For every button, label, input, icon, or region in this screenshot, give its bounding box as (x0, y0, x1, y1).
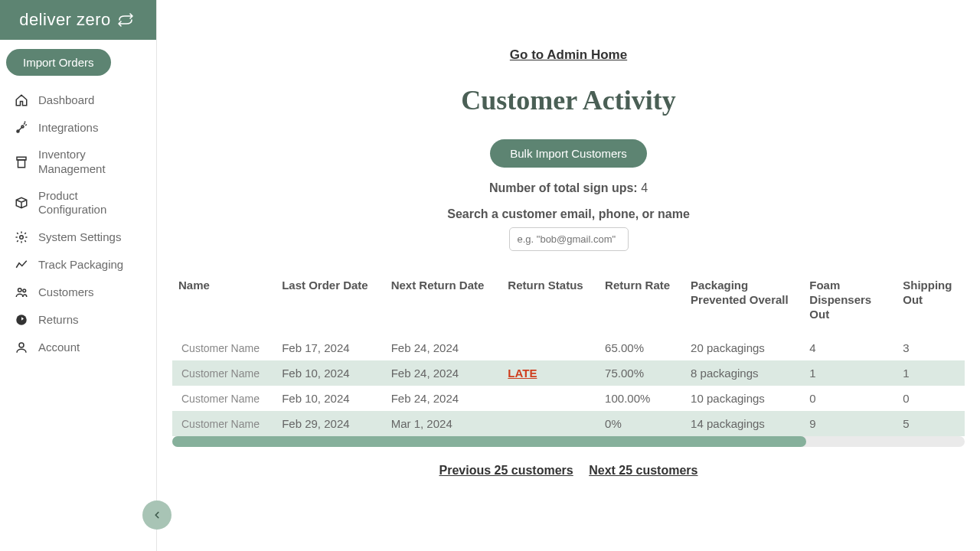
cell-packaging: 8 packagings (684, 360, 803, 386)
nav: Dashboard Integrations Inventory Managem… (0, 83, 156, 361)
customers-table-wrap: Name Last Order Date Next Return Date Re… (172, 271, 965, 436)
inventory-icon (14, 155, 29, 170)
table-row[interactable]: Customer NameFeb 10, 2024Feb 24, 2024LAT… (172, 360, 965, 386)
signups-count: Number of total sign ups: 4 (157, 181, 980, 195)
col-packaging[interactable]: Packaging Prevented Overall (684, 271, 803, 335)
table-row[interactable]: Customer NameFeb 10, 2024Feb 24, 2024100… (172, 386, 965, 411)
account-icon (14, 340, 29, 355)
cell-name: Customer Name (172, 411, 276, 436)
cell-foam: 0 (803, 386, 897, 411)
sidebar-item-label: Dashboard (38, 93, 94, 108)
chevron-left-icon (152, 510, 162, 520)
svg-rect-3 (18, 160, 25, 168)
returns-icon (14, 312, 29, 328)
late-badge: LATE (508, 367, 537, 380)
admin-home-link[interactable]: Go to Admin Home (157, 47, 980, 63)
collapse-sidebar-button[interactable] (142, 500, 172, 530)
sidebar-item-customers[interactable]: Customers (11, 279, 149, 306)
horizontal-scrollbar[interactable] (172, 436, 965, 447)
sidebar-item-label: Returns (38, 313, 79, 328)
sidebar-item-label: Customers (38, 285, 94, 300)
cell-last-order: Feb 29, 2024 (276, 411, 385, 436)
col-return-status[interactable]: Return Status (501, 271, 599, 335)
integrations-icon (14, 120, 29, 135)
sidebar-item-label: Account (38, 341, 80, 355)
cell-status (501, 386, 599, 411)
col-shipping[interactable]: Shipping Out (897, 271, 965, 335)
sidebar-item-system-settings[interactable]: System Settings (11, 223, 149, 251)
cell-shipping: 3 (897, 335, 965, 360)
scrollbar-thumb[interactable] (172, 436, 806, 447)
brand-logo: deliver zero (0, 0, 156, 40)
customers-icon (14, 285, 29, 300)
cell-foam: 9 (803, 411, 897, 436)
svg-point-5 (18, 289, 22, 292)
cell-foam: 4 (803, 335, 897, 360)
cell-packaging: 10 packagings (684, 386, 803, 411)
cell-last-order: Feb 10, 2024 (276, 386, 385, 411)
cell-last-order: Feb 17, 2024 (276, 335, 385, 360)
cell-last-order: Feb 10, 2024 (276, 360, 385, 386)
track-icon (14, 257, 29, 272)
recycle-icon (114, 11, 137, 28)
sidebar-item-returns[interactable]: Returns (11, 306, 149, 334)
pagination: Previous 25 customers Next 25 customers (157, 464, 980, 478)
svg-point-4 (20, 236, 24, 240)
cell-status: LATE (501, 360, 599, 386)
cell-name: Customer Name (172, 335, 276, 360)
product-icon (14, 195, 29, 210)
sidebar-item-label: System Settings (38, 230, 121, 245)
search-label: Search a customer email, phone, or name (157, 207, 980, 221)
signups-label: Number of total sign ups: (489, 181, 638, 194)
col-last-order[interactable]: Last Order Date (276, 271, 385, 335)
cell-next-return: Feb 24, 2024 (385, 335, 502, 360)
table-row[interactable]: Customer NameFeb 17, 2024Feb 24, 202465.… (172, 335, 965, 360)
cell-foam: 1 (803, 360, 897, 386)
sidebar: deliver zero Import Orders Dashboard Int… (0, 0, 157, 551)
cell-status (501, 335, 599, 360)
cell-packaging: 14 packagings (684, 411, 803, 436)
brand-name: deliver zero (19, 10, 111, 30)
cell-rate: 75.00% (599, 360, 684, 386)
sidebar-item-track-packaging[interactable]: Track Packaging (11, 251, 149, 279)
table-row[interactable]: Customer NameFeb 29, 2024Mar 1, 20240%14… (172, 411, 965, 436)
cell-next-return: Mar 1, 2024 (385, 411, 502, 436)
sidebar-item-dashboard[interactable]: Dashboard (11, 86, 149, 114)
cell-next-return: Feb 24, 2024 (385, 386, 502, 411)
col-next-return[interactable]: Next Return Date (385, 271, 502, 335)
cell-rate: 65.00% (599, 335, 684, 360)
col-name[interactable]: Name (172, 271, 276, 335)
customers-table: Name Last Order Date Next Return Date Re… (172, 271, 965, 436)
next-page-link[interactable]: Next 25 customers (589, 464, 697, 477)
sidebar-item-inventory[interactable]: Inventory Management (11, 142, 149, 183)
svg-point-8 (19, 343, 24, 347)
cell-status (501, 411, 599, 436)
sidebar-item-account[interactable]: Account (11, 334, 149, 361)
cell-rate: 0% (599, 411, 684, 436)
signups-value: 4 (641, 181, 648, 194)
import-orders-button[interactable]: Import Orders (6, 49, 111, 76)
cell-name: Customer Name (172, 360, 276, 386)
search-input[interactable] (509, 227, 629, 251)
cell-packaging: 20 packagings (684, 335, 803, 360)
cell-rate: 100.00% (599, 386, 684, 411)
cell-shipping: 5 (897, 411, 965, 436)
cell-name: Customer Name (172, 386, 276, 411)
main-content: Go to Admin Home Customer Activity Bulk … (157, 0, 980, 551)
prev-page-link[interactable]: Previous 25 customers (439, 464, 573, 477)
sidebar-item-label: Product Configuration (38, 189, 145, 218)
sidebar-item-product-config[interactable]: Product Configuration (11, 183, 149, 224)
sidebar-item-label: Track Packaging (38, 258, 123, 272)
sidebar-item-integrations[interactable]: Integrations (11, 114, 149, 142)
bulk-import-button[interactable]: Bulk Import Customers (490, 139, 647, 168)
col-return-rate[interactable]: Return Rate (599, 271, 684, 335)
svg-point-6 (23, 289, 26, 292)
sidebar-item-label: Integrations (38, 121, 98, 135)
settings-icon (14, 230, 29, 245)
home-icon (14, 93, 29, 108)
cell-shipping: 1 (897, 360, 965, 386)
cell-shipping: 0 (897, 386, 965, 411)
col-foam[interactable]: Foam Dispensers Out (803, 271, 897, 335)
sidebar-item-label: Inventory Management (38, 148, 145, 177)
cell-next-return: Feb 24, 2024 (385, 360, 502, 386)
